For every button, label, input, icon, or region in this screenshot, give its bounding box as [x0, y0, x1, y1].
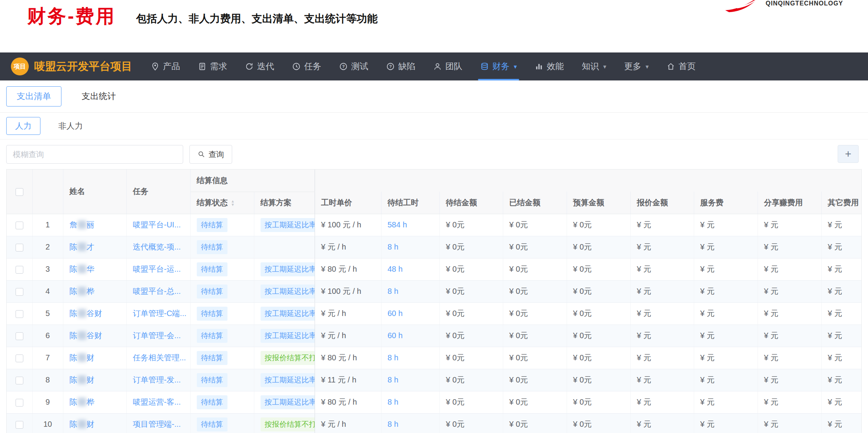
settled-amount-cell: ¥ 0元 [503, 214, 567, 236]
nav-item-label: 产品 [163, 61, 180, 72]
task-link[interactable]: 唛盟平台-总... [133, 287, 181, 295]
name-link[interactable]: 陈才 [70, 243, 94, 251]
row-index: 5 [32, 302, 63, 325]
nav-item-知识[interactable]: 知识▾ [582, 52, 606, 80]
task-link[interactable]: 唛盟平台-运... [133, 265, 181, 273]
hours-link[interactable]: 584 h [388, 220, 407, 229]
sort-icon[interactable]: ▲▼ [231, 199, 235, 206]
row-checkbox[interactable] [16, 332, 23, 340]
task-link[interactable]: 唛盟平台-UI... [133, 220, 181, 229]
name-link[interactable]: 陈桦 [70, 398, 94, 406]
hours-link[interactable]: 8 h [388, 243, 399, 251]
pending-amount-cell: ¥ 0元 [439, 214, 503, 236]
hours-link[interactable]: 8 h [388, 398, 399, 406]
subtab-non-human[interactable]: 非人力 [50, 117, 91, 134]
row-checkbox[interactable] [16, 288, 23, 296]
task-link[interactable]: 项目管理端-... [133, 420, 181, 428]
search-input[interactable] [6, 145, 183, 164]
hours-link[interactable]: 60 h [388, 309, 403, 318]
pin-icon [151, 62, 159, 71]
nav-item-产品[interactable]: 产品 [151, 52, 180, 80]
name-link[interactable]: 陈桦 [70, 287, 94, 295]
nav-item-缺陷[interactable]: ?缺陷 [386, 52, 415, 80]
hours-link[interactable]: 60 h [388, 331, 403, 340]
name-link[interactable]: 陈财 [70, 375, 94, 384]
row-checkbox-cell [7, 391, 32, 413]
task-link[interactable]: 订单管理-发... [133, 375, 181, 384]
status-badge: 待结算 [197, 329, 228, 343]
row-checkbox[interactable] [16, 244, 23, 251]
row-checkbox[interactable] [16, 222, 23, 229]
name-link[interactable]: 陈谷财 [70, 331, 102, 340]
nav-item-更多[interactable]: 更多▾ [624, 52, 649, 80]
row-checkbox[interactable] [16, 377, 23, 384]
share-fee-cell: ¥ 元 [758, 413, 821, 433]
hours-link[interactable]: 48 h [388, 265, 403, 273]
nav-item-首页[interactable]: 首页 [667, 52, 696, 80]
name-cell: 陈才 [63, 236, 126, 258]
task-link[interactable]: 任务相关管理... [133, 353, 186, 362]
name-link[interactable]: 陈华 [70, 265, 94, 273]
row-checkbox[interactable] [16, 399, 23, 407]
other-fee-cell: ¥ 元 [821, 258, 862, 280]
rate-cell: ¥ 元 / h [315, 325, 381, 347]
other-fee-cell: ¥ 元 [821, 369, 862, 391]
nav-item-需求[interactable]: 需求 [198, 52, 227, 80]
nav-item-测试[interactable]: ?测试 [339, 52, 368, 80]
nav-item-财务[interactable]: 财务▾ [480, 52, 517, 80]
table-group-header-row: 姓名 任务 结算信息 [7, 169, 862, 192]
task-cell: 迭代概览-项... [126, 236, 190, 258]
plan-badge: 按工期延迟比率打折 [261, 329, 315, 343]
tab-expense-list[interactable]: 支出清单 [6, 86, 61, 107]
share-fee-cell: ¥ 元 [758, 369, 821, 391]
hours-link[interactable]: 8 h [388, 375, 399, 384]
home-icon [667, 62, 675, 71]
hours-link[interactable]: 8 h [388, 353, 399, 362]
chevron-down-icon: ▾ [603, 63, 606, 70]
redaction-smudge [78, 420, 86, 428]
rate-cell: ¥ 100 元 / h [315, 280, 381, 302]
plan-cell: 按报价结算不打折 [254, 347, 315, 369]
row-checkbox-cell [7, 280, 32, 302]
other-fee-cell: ¥ 元 [821, 236, 862, 258]
project-badge: 项目 [11, 58, 29, 75]
status-badge: 待结算 [197, 307, 228, 321]
nav-item-团队[interactable]: 团队 [433, 52, 462, 80]
hours-cell: 48 h [381, 258, 439, 280]
row-checkbox[interactable] [16, 354, 23, 362]
add-button[interactable]: + [838, 145, 859, 163]
task-link[interactable]: 迭代概览-项... [133, 243, 181, 251]
other-fee-cell: ¥ 元 [821, 391, 862, 413]
nav-item-效能[interactable]: 效能 [535, 52, 564, 80]
row-checkbox[interactable] [16, 310, 23, 318]
row-checkbox-cell [7, 236, 32, 258]
nav-item-label: 更多 [624, 61, 641, 72]
hours-link[interactable]: 8 h [388, 420, 399, 428]
nav-item-任务[interactable]: 任务 [292, 52, 321, 80]
task-link[interactable]: 订单管理-会... [133, 331, 181, 340]
task-link[interactable]: 唛盟运营-客... [133, 398, 181, 406]
name-link[interactable]: 陈财 [70, 353, 94, 362]
hours-link[interactable]: 8 h [388, 287, 399, 295]
search-button[interactable]: 查询 [189, 145, 232, 164]
status-cell: 待结算 [190, 280, 254, 302]
row-checkbox-cell [7, 258, 32, 280]
col-header-rate: 工时单价 [315, 192, 381, 214]
status-badge: 待结算 [197, 373, 228, 387]
status-badge: 待结算 [197, 240, 228, 254]
subtab-human[interactable]: 人力 [6, 117, 40, 135]
plan-badge: 按工期延迟比率打折 [261, 395, 315, 409]
name-link[interactable]: 陈财 [70, 420, 94, 428]
name-link[interactable]: 陈谷财 [70, 309, 102, 318]
nav-item-迭代[interactable]: 迭代 [245, 52, 274, 80]
task-link[interactable]: 订单管理-C端... [133, 309, 187, 318]
row-checkbox[interactable] [16, 421, 23, 429]
name-link[interactable]: 詹丽 [70, 220, 94, 229]
select-all-checkbox[interactable] [16, 188, 23, 196]
project-name[interactable]: 唛盟云开发平台项目 [34, 59, 132, 74]
redaction-smudge [78, 287, 86, 295]
table-row: 2陈才迭代概览-项...待结算¥ 元 / h8 h¥ 0元¥ 0元¥ 0元¥ 元… [7, 236, 862, 258]
row-checkbox[interactable] [16, 266, 23, 274]
tab-expense-stats[interactable]: 支出统计 [72, 87, 126, 106]
row-checkbox-cell [7, 214, 32, 236]
